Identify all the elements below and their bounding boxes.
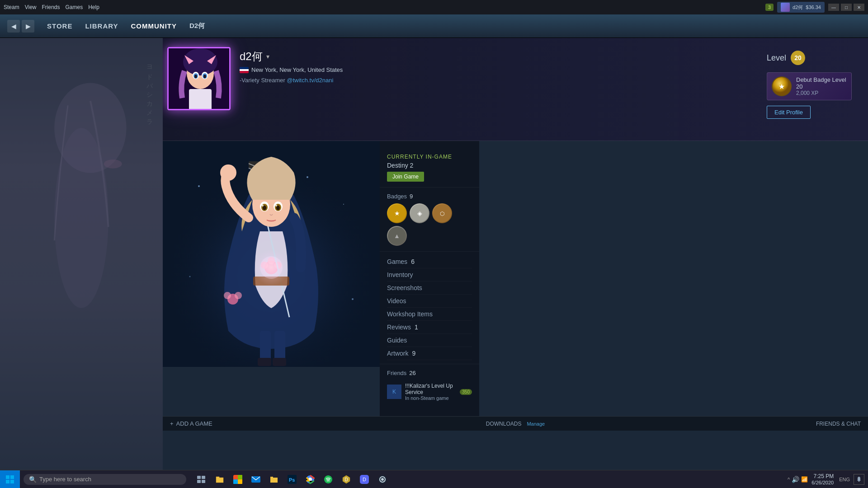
files-app[interactable] (266, 471, 282, 488)
bio-text: -Variety Streamer (240, 77, 285, 84)
debut-badge-info: Debut Badge Level 20 2,000 XP (796, 76, 847, 96)
svg-text:★: ★ (394, 210, 400, 217)
bio-link[interactable]: @twitch.tv/d2nani (287, 77, 334, 84)
badge-icon-4[interactable]: ▲ (387, 226, 407, 246)
debut-badge-name: Debut Badge Level 20 (796, 76, 847, 90)
taskview-button[interactable] (193, 471, 210, 488)
friends-label[interactable]: Friends (387, 370, 406, 376)
search-placeholder: Type here to search (39, 476, 91, 483)
join-game-button[interactable]: Join Game (387, 172, 424, 182)
artwork-link[interactable]: Artwork 9 (387, 347, 472, 360)
lang-indicator[interactable]: ENG (839, 477, 850, 482)
videos-link[interactable]: Videos (387, 295, 472, 308)
menu-friends[interactable]: Friends (42, 4, 60, 10)
svg-text:★: ★ (778, 83, 785, 90)
mail-app[interactable] (248, 471, 264, 488)
start-button[interactable] (0, 470, 20, 488)
profile-right-panel: Level 20 (760, 47, 859, 131)
badge-icon-2[interactable]: ◈ (410, 203, 429, 223)
add-game-button[interactable]: + ADD A GAME (170, 420, 212, 427)
user-name-title[interactable]: d2何 (793, 4, 803, 11)
volume-icon[interactable]: 🔊 (792, 476, 799, 483)
chrome-app[interactable] (302, 471, 318, 488)
photoshop-app[interactable]: Ps (284, 471, 300, 488)
downloads-manage[interactable]: Manage (527, 421, 545, 427)
workshop-link[interactable]: Workshop Items (387, 308, 472, 321)
friend-info: !!!Kalizar's Level Up Service In non-Ste… (405, 383, 454, 401)
user-avatar-small (781, 3, 790, 12)
forward-button[interactable]: ▶ (22, 20, 34, 33)
menu-games[interactable]: Games (66, 4, 83, 10)
badges-title: Badges 9 (387, 193, 472, 200)
spotify-app[interactable] (320, 471, 336, 488)
inventory-link[interactable]: Inventory (387, 268, 472, 282)
showcase-svg (163, 141, 380, 367)
friend-item[interactable]: K !!!Kalizar's Level Up Service In non-S… (387, 380, 472, 404)
badge-icon-3[interactable]: ⬡ (432, 203, 452, 223)
screenshots-label: Screenshots (387, 284, 422, 291)
reviews-count: 1 (415, 324, 418, 331)
taskbar-search[interactable]: 🔍 Type here to search (24, 474, 186, 485)
minimize-button[interactable]: — (828, 4, 839, 11)
svg-point-8 (194, 75, 197, 78)
nav-store[interactable]: STORE (42, 19, 78, 33)
menu-view[interactable]: View (25, 4, 37, 10)
screenshots-link[interactable]: Screenshots (387, 282, 472, 295)
nav-username[interactable]: D2何 (184, 18, 210, 34)
svg-point-43 (235, 292, 242, 299)
jp-text-overlay: ヨドバシカメラ (146, 61, 154, 124)
nav-community[interactable]: COMMUNITY (126, 19, 183, 33)
guides-link[interactable]: Guides (387, 334, 472, 347)
svg-point-20 (343, 204, 344, 205)
explorer-button[interactable] (212, 471, 228, 488)
discord-app[interactable]: D (356, 471, 373, 488)
videos-label: Videos (387, 297, 406, 305)
avatar-container (167, 47, 231, 110)
windows-icon (5, 475, 14, 484)
svg-rect-65 (197, 476, 201, 479)
in-game-title: Destiny 2 (387, 162, 472, 169)
close-button[interactable]: ✕ (854, 4, 864, 11)
nav-library[interactable]: LIBRARY (80, 19, 123, 33)
svg-rect-12 (189, 89, 212, 110)
notifications-icon (856, 476, 862, 483)
inventory-label: Inventory (387, 271, 413, 278)
taskbar-tray: ^ 🔊 📶 (788, 476, 808, 483)
profile-dropdown-icon[interactable]: ▾ (266, 53, 269, 60)
games-link[interactable]: Games 6 (387, 255, 472, 268)
store-app[interactable] (230, 471, 246, 488)
debut-badge: ★ Debut Badge Level 20 2,000 XP (767, 72, 852, 100)
svg-rect-71 (233, 479, 238, 484)
svg-point-17 (198, 185, 200, 187)
friends-chat-button[interactable]: FRIENDS & CHAT (816, 421, 861, 427)
showcase-image (163, 141, 380, 367)
steam-app[interactable] (374, 471, 391, 488)
tray-expand[interactable]: ^ (788, 477, 790, 482)
svg-point-42 (224, 292, 231, 299)
svg-rect-47 (258, 358, 271, 366)
user-balance: $36.34 (806, 5, 821, 10)
time-date: 7:25 PM 6/26/2020 (811, 473, 834, 485)
notifications-button[interactable] (854, 474, 864, 485)
badges-label[interactable]: Badges (387, 193, 407, 200)
badges-count: 9 (410, 193, 413, 200)
svg-text:Ps: Ps (289, 477, 295, 483)
debut-badge-icon: ★ (772, 76, 792, 96)
notification-badge[interactable]: 3 (765, 4, 774, 11)
nav-bar: ◀ ▶ STORE LIBRARY COMMUNITY D2何 (0, 14, 868, 38)
svg-point-39 (275, 205, 277, 206)
reviews-link[interactable]: Reviews 1 (387, 321, 472, 334)
edit-profile-button[interactable]: Edit Profile (767, 106, 811, 119)
destiny-app[interactable]: D (338, 471, 354, 488)
nav-arrows: ◀ ▶ (7, 20, 34, 33)
profile-area: d2何 ▾ New York, New York, United States … (163, 38, 868, 470)
bg-svg (0, 38, 163, 470)
menu-help[interactable]: Help (88, 4, 99, 10)
badges-row: ★ ◈ ⬡ ▲ (387, 203, 472, 246)
badge-icon-1[interactable]: ★ (387, 203, 407, 223)
menu-steam[interactable]: Steam (4, 4, 19, 10)
back-button[interactable]: ◀ (7, 20, 20, 33)
wifi-icon[interactable]: 📶 (801, 476, 808, 483)
svg-rect-67 (197, 480, 201, 483)
maximize-button[interactable]: □ (841, 4, 852, 11)
